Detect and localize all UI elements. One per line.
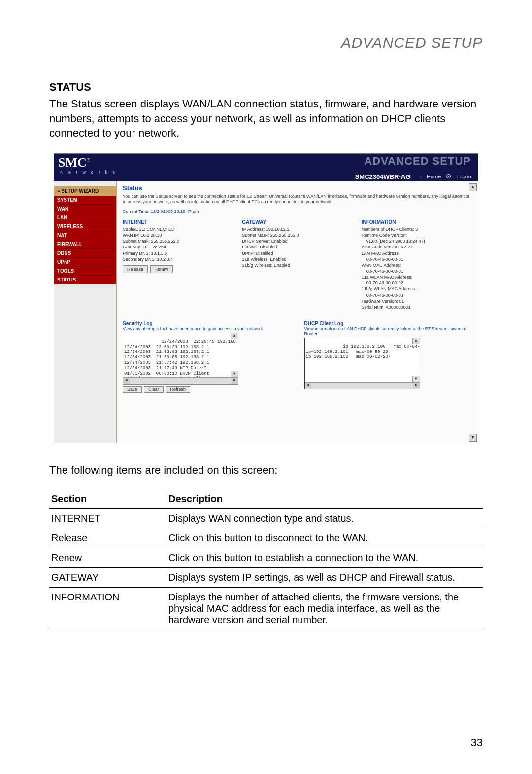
gateway-line: 11a Wireless: Enabled — [242, 256, 352, 262]
table-row: ReleaseClick on this button to disconnec… — [49, 528, 483, 548]
sidebar-item-wireless[interactable]: WIRELESS — [54, 222, 116, 231]
info-line: Hardware Version: 01 — [362, 298, 472, 304]
sidebar-item-tools[interactable]: TOOLS — [54, 267, 116, 276]
table-row: INTERNETDisplays WAN connection type and… — [49, 508, 483, 528]
info-line: 00-70-46-00-00-02 — [362, 280, 472, 286]
table-row: GATEWAYDisplays system IP settings, as w… — [49, 567, 483, 587]
info-line: Numbers of DHCP Clients: 3 — [362, 226, 472, 232]
page-description: You can use the Status screen to see the… — [123, 194, 472, 205]
dhcp-log-textarea[interactable]: ip=192.168.2.100 mac=00-04-23- ip=192.16… — [304, 338, 420, 389]
table-row: RenewClick on this button to establish a… — [49, 548, 483, 567]
gateway-line: Firewall: Disabled — [242, 244, 352, 250]
internet-line: Subnet Mask: 255.255.252.0 — [123, 238, 233, 244]
main-panel: ▲ ▼ Status You can use the Status screen… — [117, 181, 478, 443]
scroll-down-icon[interactable]: ▼ — [412, 376, 420, 382]
gateway-line: DHCP Server: Enabled — [242, 238, 352, 244]
sidebar-item-system[interactable]: SYSTEM — [54, 196, 116, 205]
sidebar-item-wan[interactable]: WAN — [54, 205, 116, 213]
internet-line: Cable/DSL: CONNECTED — [123, 226, 233, 232]
gateway-line: Subnet Mask: 255.255.255.0 — [242, 232, 352, 238]
home-link[interactable]: Home — [427, 174, 441, 179]
table-cell-section: Release — [49, 528, 166, 548]
info-line: 11a WLAN MAC Address: — [362, 274, 472, 280]
refresh-button[interactable]: Refresh — [166, 386, 191, 393]
current-time: Current Time: 12/24/2003 18:28:47 pm — [123, 209, 472, 214]
scroll-up-icon[interactable]: ▲ — [231, 333, 238, 339]
internet-heading: INTERNET — [123, 219, 233, 226]
app-header: SMC® N e t w o r k s ADVANCED SETUP SMC2… — [54, 154, 478, 181]
sidebar-item-nat[interactable]: NAT — [54, 231, 116, 240]
table-header-description: Description — [166, 491, 483, 508]
info-line: Boot Code Version: V2.21 — [362, 244, 472, 250]
table-cell-section: INTERNET — [49, 508, 166, 528]
dhcp-log-block: DHCP Client Log View information on LAN … — [304, 321, 472, 393]
information-block: INFORMATION Numbers of DHCP Clients: 3 R… — [362, 219, 472, 310]
logout-link[interactable]: Logout — [456, 174, 473, 179]
dhcp-log-desc: View information on LAN DHCP clients cur… — [304, 326, 472, 336]
info-line: 00-70-46-00-00-01 — [362, 268, 472, 274]
home-icon: ⌂ — [418, 174, 422, 179]
h-scrollbar[interactable]: ◄ ► — [305, 382, 420, 389]
gateway-block: GATEWAY IP Address: 192.168.2.1 Subnet M… — [242, 219, 352, 310]
gateway-line: 11b/g Wireless: Enabled — [242, 262, 352, 268]
sidebar-item-ddns[interactable]: DDNS — [54, 249, 116, 258]
sidebar-item-lan[interactable]: LAN — [54, 213, 116, 222]
security-log-textarea[interactable]: 12/24/2003 22:20:45 192.168.2.1 12/24/20… — [123, 333, 238, 385]
table-cell-description: Click on this button to disconnect to th… — [166, 528, 483, 548]
model-number: SMC2304WBR-AG — [355, 173, 411, 180]
info-line: v1.00 (Dec 24 2003 18:24:47) — [362, 238, 472, 244]
logout-icon: ⦿ — [446, 174, 451, 179]
table-cell-section: INFORMATION — [49, 587, 166, 630]
info-line: LAN MAC Address: — [362, 250, 472, 256]
brand-logo-text: SMC — [58, 155, 87, 170]
internet-line: Primary DNS: 10.1.3.5 — [123, 250, 233, 256]
save-button[interactable]: Save — [123, 386, 142, 393]
info-line: WAN MAC Address: — [362, 262, 472, 268]
sidebar-setup-wizard[interactable]: » SETUP WIZARD — [54, 186, 116, 196]
scroll-left-icon[interactable]: ◄ — [123, 378, 130, 384]
gateway-line: UPnP: Disabled — [242, 250, 352, 256]
release-button[interactable]: Release — [123, 265, 148, 273]
information-heading: INFORMATION — [362, 219, 472, 226]
table-cell-description: Click on this button to establish a conn… — [166, 548, 483, 567]
intro-paragraph: The Status screen displays WAN/LAN conne… — [49, 97, 483, 141]
brand-logo: SMC® — [58, 155, 90, 170]
scroll-right-icon[interactable]: ► — [413, 383, 420, 388]
clear-button[interactable]: Clear — [144, 386, 164, 393]
security-log-desc: View any attempts that have been made to… — [123, 326, 291, 331]
sidebar-item-status[interactable]: STATUS — [54, 276, 116, 284]
table-header-section: Section — [49, 491, 166, 508]
table-cell-section: Renew — [49, 548, 166, 567]
info-line: 00-70-46-00-00-01 — [362, 256, 472, 262]
table-cell-description: Displays the number of attached clients,… — [166, 587, 483, 630]
description-table: Section Description INTERNETDisplays WAN… — [49, 491, 483, 630]
after-shot-text: The following items are included on this… — [49, 463, 483, 478]
sidebar: » SETUP WIZARD SYSTEM WAN LAN WIRELESS N… — [54, 181, 117, 443]
h-scrollbar[interactable]: ◄ ► — [123, 377, 238, 384]
table-row: INFORMATIONDisplays the number of attach… — [49, 587, 483, 630]
scroll-down-icon[interactable]: ▼ — [231, 371, 238, 377]
internet-line: Gateway: 10.1.28.254 — [123, 244, 233, 250]
internet-block: INTERNET Cable/DSL: CONNECTED WAN IP: 10… — [123, 219, 233, 310]
running-head: ADVANCED SETUP — [49, 35, 483, 51]
scroll-up-icon[interactable]: ▲ — [469, 183, 477, 191]
renew-button[interactable]: Renew — [150, 265, 173, 273]
dhcp-log-heading: DHCP Client Log — [304, 321, 472, 326]
info-line: 11b/g WLAN MAC Address: — [362, 286, 472, 292]
sidebar-item-upnp[interactable]: UPnP — [54, 258, 116, 267]
sidebar-item-firewall[interactable]: FIREWALL — [54, 240, 116, 249]
scroll-right-icon[interactable]: ► — [232, 378, 238, 384]
brand-subtext: N e t w o r k s — [60, 170, 117, 175]
scroll-up-icon[interactable]: ▲ — [412, 338, 420, 344]
scroll-down-icon[interactable]: ▼ — [469, 434, 477, 442]
dhcp-log-text: ip=192.168.2.100 mac=00-04-23- ip=192.16… — [306, 344, 420, 360]
registered-icon: ® — [87, 157, 90, 163]
scroll-left-icon[interactable]: ◄ — [305, 383, 311, 388]
internet-line: Secondary DNS: 10.2.3.4 — [123, 256, 233, 262]
security-log-heading: Security Log — [123, 321, 291, 326]
page-title: Status — [123, 184, 472, 192]
embedded-screenshot: SMC® N e t w o r k s ADVANCED SETUP SMC2… — [54, 153, 478, 443]
gateway-heading: GATEWAY — [242, 219, 352, 226]
model-bar: SMC2304WBR-AG ⌂ Home ⦿ Logout — [355, 172, 478, 181]
info-line: Runtime Code Version: — [362, 232, 472, 238]
